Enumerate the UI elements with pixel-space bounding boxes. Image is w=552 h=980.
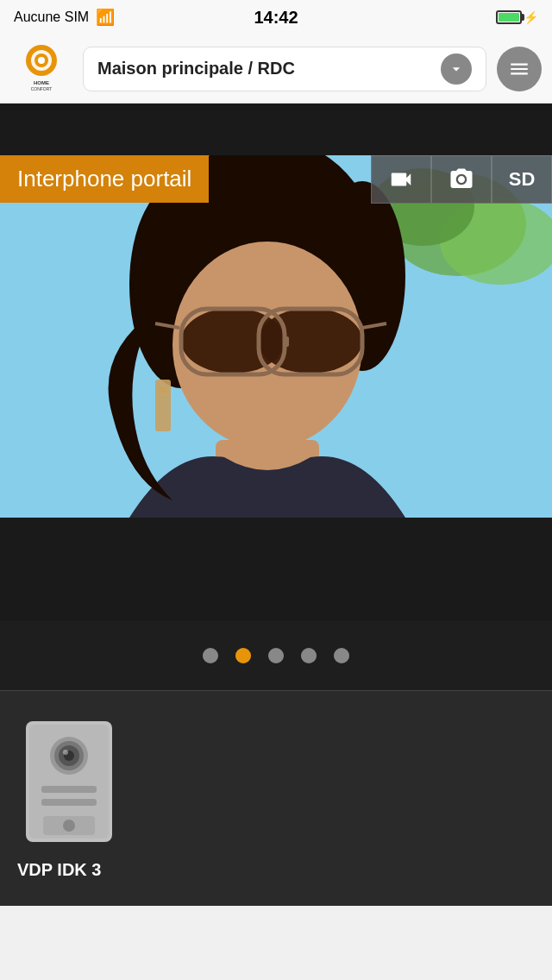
device-icon — [17, 717, 121, 846]
main-content: Interphone portail SD — [0, 104, 552, 906]
sd-label: SD — [509, 168, 536, 191]
device-icon-wrapper: VDP IDK 3 — [17, 717, 121, 880]
hamburger-icon — [508, 58, 530, 80]
svg-text:HOME: HOME — [34, 80, 49, 85]
device-section: VDP IDK 3 — [0, 690, 552, 906]
dot-3[interactable] — [268, 648, 284, 663]
dropdown-button[interactable] — [441, 53, 472, 85]
carrier-label: Aucune SIM — [14, 9, 89, 25]
chevron-down-icon — [448, 60, 465, 78]
battery-fill — [499, 13, 519, 22]
nav-title: Maison principale / RDC — [97, 59, 295, 79]
camera-container: Interphone portail SD — [0, 104, 552, 621]
wifi-icon: 📶 — [96, 8, 115, 27]
dot-2[interactable] — [235, 648, 251, 663]
dot-5[interactable] — [334, 648, 349, 663]
dot-4[interactable] — [301, 648, 317, 663]
camera-label: Interphone portail — [0, 155, 209, 203]
svg-rect-32 — [41, 799, 97, 806]
dot-1[interactable] — [203, 648, 218, 663]
camera-feed — [0, 155, 552, 518]
svg-point-15 — [259, 308, 362, 374]
sd-card-button[interactable]: SD — [492, 155, 552, 204]
photo-capture-button[interactable] — [431, 155, 492, 204]
video-record-button[interactable] — [371, 155, 431, 204]
battery-icon — [496, 10, 522, 24]
video-icon — [388, 166, 414, 192]
battery-container: ⚡ — [496, 10, 538, 24]
svg-point-34 — [63, 820, 75, 832]
page-indicator — [0, 621, 552, 690]
camera-bottom-bar — [0, 518, 552, 621]
camera-icon — [448, 166, 474, 192]
status-bar: Aucune SIM 📶 14:42 ⚡ — [0, 0, 552, 35]
svg-point-30 — [63, 750, 68, 755]
camera-image — [0, 155, 552, 518]
svg-point-3 — [38, 57, 45, 64]
bolt-icon: ⚡ — [524, 10, 538, 24]
status-left: Aucune SIM 📶 — [14, 8, 115, 27]
logo-container: HOME CONFORT — [10, 38, 72, 100]
menu-button[interactable] — [497, 47, 542, 91]
nav-title-area: Maison principale / RDC — [83, 47, 486, 91]
nav-bar: HOME CONFORT Maison principale / RDC — [0, 35, 552, 104]
camera-overlay: Interphone portail SD — [0, 155, 552, 518]
device-name: VDP IDK 3 — [17, 860, 121, 880]
time-label: 14:42 — [254, 8, 298, 28]
svg-rect-22 — [159, 386, 167, 393]
status-right: ⚡ — [496, 10, 538, 24]
svg-text:CONFORT: CONFORT — [31, 86, 53, 91]
camera-controls: SD — [371, 155, 552, 204]
app-logo: HOME CONFORT — [14, 41, 69, 97]
camera-top-bar — [0, 104, 552, 155]
svg-rect-31 — [41, 786, 97, 793]
